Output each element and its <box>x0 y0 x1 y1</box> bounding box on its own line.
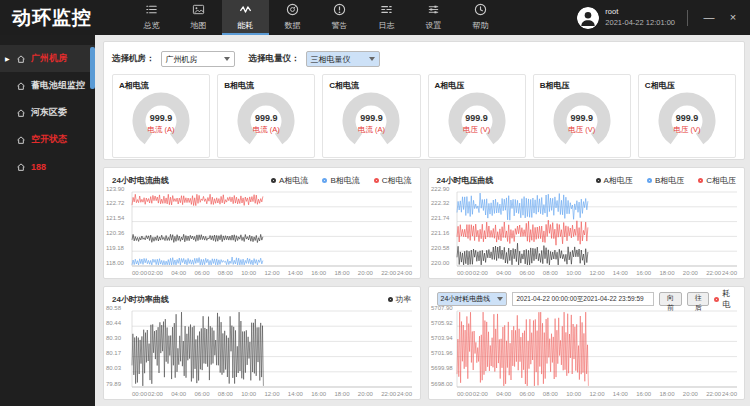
svg-text:06:00: 06:00 <box>519 270 535 276</box>
minimize-button[interactable]: — <box>700 7 718 29</box>
svg-text:80.03: 80.03 <box>106 365 122 371</box>
tab-map[interactable]: 地图 <box>175 0 222 35</box>
gauge-title: B相电流 <box>224 80 308 91</box>
svg-text:120.36: 120.36 <box>106 230 125 236</box>
svg-text:80.17: 80.17 <box>106 350 122 356</box>
legend-ring-icon <box>388 297 393 302</box>
top-navigation: 总览地图能耗数据警告日志设置帮助 <box>128 0 504 35</box>
gauge-unit: 电流 (A) <box>132 125 190 135</box>
svg-text:22:00: 22:00 <box>381 270 397 276</box>
svg-text:20:00: 20:00 <box>682 391 698 397</box>
legend-label: C相电压 <box>706 175 736 186</box>
energy-icon <box>239 3 252 18</box>
tab-alerts[interactable]: 警告 <box>316 0 363 35</box>
gauge-unit: 电压 (V) <box>448 125 506 135</box>
gauge-value: 999.9 <box>132 113 190 123</box>
gauge-unit: 电压 (V) <box>553 125 611 135</box>
date-range-input[interactable]: 2021-04-22 00:00:00至2021-04-22 23:59:59 <box>512 292 655 306</box>
svg-text:04:00: 04:00 <box>171 270 187 276</box>
tab-energy[interactable]: 能耗 <box>222 0 269 35</box>
tab-logs[interactable]: 日志 <box>363 0 410 35</box>
username: root <box>605 7 675 18</box>
legend-item-2[interactable]: C相电流 <box>374 175 412 186</box>
app-title: 动环监控 <box>0 0 128 35</box>
svg-text:5699.98: 5699.98 <box>431 365 453 371</box>
svg-text:80.58: 80.58 <box>106 306 122 311</box>
legend-ring-icon <box>596 178 601 183</box>
svg-text:16:00: 16:00 <box>311 270 327 276</box>
legend-label: 功率 <box>396 294 412 305</box>
tab-help[interactable]: 帮助 <box>457 0 504 35</box>
svg-text:00:00: 00:00 <box>457 391 473 397</box>
svg-text:10:00: 10:00 <box>566 391 582 397</box>
user-info: root 2021-04-22 12:01:00 <box>605 7 675 29</box>
gauge-value: 999.9 <box>553 113 611 123</box>
svg-text:10:00: 10:00 <box>241 391 257 397</box>
gauge-row: A相电流999.9电流 (A)B相电流999.9电流 (A)C相电流999.9电… <box>112 74 736 158</box>
legend-label: A相电流 <box>279 175 308 186</box>
log-icon <box>380 3 393 18</box>
sidebar-item-hedong-district[interactable]: ▶河东区委 <box>0 99 95 126</box>
meter-select[interactable]: 三相电量仪 <box>306 51 380 67</box>
svg-text:20:00: 20:00 <box>358 270 374 276</box>
svg-text:02:00: 02:00 <box>472 391 488 397</box>
backward-button[interactable]: 往后 <box>687 292 710 306</box>
svg-text:18:00: 18:00 <box>659 391 675 397</box>
legend-item-1[interactable]: B相电压 <box>647 175 684 186</box>
chart-plot-area: 5707.905705.925703.945701.965699.985698.… <box>429 306 745 399</box>
svg-text:24:00: 24:00 <box>721 391 737 397</box>
legend-item-0[interactable]: A相电压 <box>596 175 633 186</box>
svg-text:02:00: 02:00 <box>148 391 164 397</box>
tab-label: 能耗 <box>238 20 254 31</box>
energy-curve-select[interactable]: 24小时耗电曲线 <box>437 292 507 306</box>
chart-title: 24小时电压曲线 <box>437 175 494 186</box>
legend-item-2[interactable]: C相电压 <box>698 175 736 186</box>
svg-text:12:00: 12:00 <box>589 391 605 397</box>
meter-select-label: 选择电量仪： <box>249 53 300 65</box>
alert-icon <box>333 3 346 18</box>
gauge-card-c-phase-current: C相电流999.9电流 (A) <box>322 74 420 158</box>
svg-text:12:00: 12:00 <box>589 270 605 276</box>
gauge-title: A相电压 <box>435 80 519 91</box>
svg-text:14:00: 14:00 <box>288 270 304 276</box>
svg-text:06:00: 06:00 <box>194 391 210 397</box>
chart-legend: A相电压B相电压C相电压 <box>596 175 736 186</box>
close-button[interactable]: × <box>724 7 742 29</box>
legend-item-0[interactable]: A相电流 <box>271 175 308 186</box>
sidebar-item-label: 188 <box>31 162 46 172</box>
svg-text:10:00: 10:00 <box>241 270 257 276</box>
tab-overview[interactable]: 总览 <box>128 0 175 35</box>
svg-text:80.30: 80.30 <box>106 335 122 341</box>
svg-text:04:00: 04:00 <box>171 391 187 397</box>
svg-text:02:00: 02:00 <box>472 270 488 276</box>
legend-ring-icon <box>271 178 276 183</box>
sidebar-item-label: 空开状态 <box>31 133 67 146</box>
legend-item-1[interactable]: B相电流 <box>322 175 359 186</box>
main-content: 选择机房： 广州机房 选择电量仪： 三相电量仪 A相电流999.9电流 (A)B… <box>95 35 750 406</box>
svg-text:16:00: 16:00 <box>636 391 652 397</box>
svg-text:221.74: 221.74 <box>431 215 450 221</box>
sidebar-item-breaker-status[interactable]: ▶空开状态 <box>0 126 95 153</box>
sidebar-item-room-188[interactable]: ▶188 <box>0 153 95 180</box>
legend-ring-icon <box>647 178 652 183</box>
gauge-title: A相电流 <box>119 80 203 91</box>
legend-item-0[interactable]: 功率 <box>388 294 412 305</box>
sidebar-item-battery-group-monitor[interactable]: ▶蓄电池组监控 <box>0 72 95 99</box>
user-avatar-icon <box>577 7 599 29</box>
svg-text:5705.92: 5705.92 <box>431 320 453 326</box>
legend-ring-icon <box>698 178 703 183</box>
gauge-title: C相电流 <box>329 80 413 91</box>
sidebar-item-guangzhou-room[interactable]: ▶广州机房 <box>0 45 95 72</box>
tab-data[interactable]: 数据 <box>269 0 316 35</box>
forward-button[interactable]: 向前 <box>659 292 682 306</box>
svg-text:121.54: 121.54 <box>106 215 125 221</box>
gauge-card-b-phase-voltage: B相电压999.9电压 (V) <box>533 74 631 158</box>
legend-label: B相电压 <box>655 175 684 186</box>
svg-text:22:00: 22:00 <box>706 391 722 397</box>
svg-text:22:00: 22:00 <box>381 391 397 397</box>
tab-settings[interactable]: 设置 <box>410 0 457 35</box>
app-window: 动环监控 总览地图能耗数据警告日志设置帮助 root 2021-04-22 12… <box>0 0 750 406</box>
svg-text:02:00: 02:00 <box>148 270 164 276</box>
room-select[interactable]: 广州机房 <box>161 51 235 67</box>
data-icon <box>286 3 299 18</box>
